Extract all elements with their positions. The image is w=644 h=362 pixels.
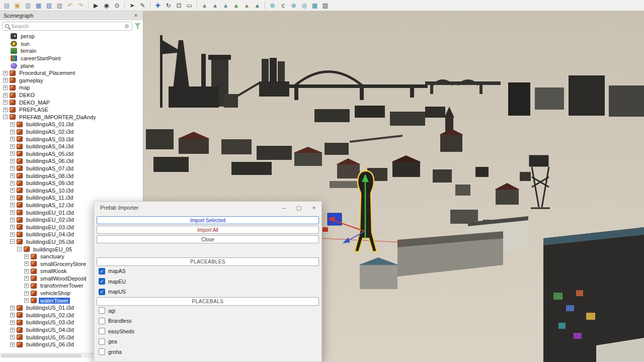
tree-label[interactable]: sun bbox=[19, 41, 31, 47]
save-icon[interactable]: ▦ bbox=[34, 1, 43, 10]
tree-row-buildingsAS_01.i3d[interactable]: +buildingsAS_01.i3d bbox=[0, 121, 143, 128]
expand-toggle[interactable]: + bbox=[10, 320, 15, 325]
tree-row-persp[interactable]: persp bbox=[0, 33, 143, 40]
expand-toggle[interactable]: + bbox=[3, 85, 8, 90]
tree-label[interactable]: buildingsUS_05.i3d bbox=[25, 334, 75, 340]
tree-label[interactable]: buildingsAS_10.i3d bbox=[25, 188, 75, 194]
tree-row-buildingsAS_11.i3d[interactable]: +buildingsAS_11.i3d bbox=[0, 194, 143, 202]
checkbox-agi[interactable] bbox=[99, 307, 105, 314]
tree-row-buildingsAS_04.i3d[interactable]: +buildingsAS_04.i3d bbox=[0, 143, 143, 150]
checkbox-groha[interactable] bbox=[99, 348, 105, 355]
checkbox-row-gea[interactable]: gea bbox=[94, 336, 321, 347]
import-all-button[interactable]: Import All bbox=[97, 226, 319, 234]
tree-label[interactable]: buildingsAS_01.i3d bbox=[25, 121, 75, 127]
rect-select-tool-icon[interactable]: ▭ bbox=[185, 1, 194, 10]
tree-row-buildingsAS_08.i3d[interactable]: +buildingsAS_08.i3d bbox=[0, 172, 143, 179]
tree-label[interactable]: vehicleShop bbox=[39, 290, 72, 296]
expand-toggle[interactable]: + bbox=[10, 166, 15, 170]
tree-label[interactable]: careerStartPoint bbox=[19, 55, 62, 61]
tree-label[interactable]: smallKiosk bbox=[39, 268, 68, 274]
clear-search-icon[interactable]: ⊗ bbox=[124, 23, 129, 30]
checkbox-mapEU[interactable]: ✓ bbox=[99, 278, 105, 285]
tree-row-Procedural_Placement[interactable]: +Procedural_Placement bbox=[0, 69, 143, 77]
tree-row-sun[interactable]: sun bbox=[0, 40, 143, 48]
tree-label[interactable]: buildingsAS_07.i3d bbox=[25, 165, 75, 171]
expand-toggle[interactable]: + bbox=[10, 342, 15, 347]
checkbox-row-mapEU[interactable]: ✓mapEU bbox=[94, 277, 321, 287]
play-icon[interactable]: ▶ bbox=[91, 1, 101, 10]
tree-label[interactable]: terrain bbox=[19, 48, 38, 54]
tree-label[interactable]: buildingsEU_05.i3d bbox=[25, 239, 75, 245]
tree-row-careerStartPoint[interactable]: careerStartPoint bbox=[0, 55, 143, 62]
expand-toggle[interactable]: + bbox=[24, 276, 29, 281]
tree-label[interactable]: buildingsUS_01.i3d bbox=[25, 305, 75, 311]
fly-camera-icon[interactable]: ▦ bbox=[310, 1, 319, 10]
tree-label[interactable]: buildingsUS_04.i3d bbox=[25, 327, 75, 333]
tree-label[interactable]: PREPLASE bbox=[18, 107, 50, 113]
tree-label[interactable]: buildingsAS_06.i3d bbox=[25, 158, 75, 164]
tree-label[interactable]: plane bbox=[19, 63, 36, 69]
expand-toggle[interactable]: + bbox=[10, 210, 15, 215]
tree-label[interactable]: Procedural_Placement bbox=[18, 70, 76, 76]
tree-label[interactable]: buildingsAS_05.i3d bbox=[25, 151, 75, 157]
checkbox-mapAS[interactable]: ✓ bbox=[99, 268, 105, 275]
terrain-detail-icon[interactable]: ▲ bbox=[242, 1, 252, 10]
visibility-icon[interactable]: ◉ bbox=[102, 1, 111, 10]
checkbox-row-Brandless[interactable]: Brandless bbox=[94, 316, 321, 326]
tree-label[interactable]: buildingsEU_02.i3d bbox=[25, 217, 75, 223]
expand-toggle[interactable]: + bbox=[10, 232, 15, 237]
expand-toggle[interactable]: + bbox=[3, 78, 8, 82]
expand-toggle[interactable]: + bbox=[10, 144, 15, 149]
tree-row-PREPLASE[interactable]: +PREPLASE bbox=[0, 106, 143, 114]
tree-label[interactable]: buildingsAS_09.i3d bbox=[25, 180, 75, 186]
tree-row-buildingsAS_09.i3d[interactable]: +buildingsAS_09.i3d bbox=[0, 179, 143, 187]
minimize-icon[interactable]: – bbox=[276, 202, 291, 214]
tree-label[interactable]: buildingsUS_03.i3d bbox=[25, 319, 75, 325]
expand-toggle[interactable]: + bbox=[10, 225, 15, 229]
expand-toggle[interactable]: + bbox=[10, 188, 15, 193]
tree-row-plane[interactable]: plane bbox=[0, 62, 143, 69]
tree-label[interactable]: buildingsAS_11.i3d bbox=[25, 195, 74, 201]
scale-tool-icon[interactable]: ⊡ bbox=[174, 1, 184, 10]
import-file-icon[interactable]: ▥ bbox=[23, 1, 33, 10]
tree-row-buildingsAS_10.i3d[interactable]: +buildingsAS_10.i3d bbox=[0, 187, 143, 194]
expand-toggle[interactable]: + bbox=[10, 313, 15, 317]
expand-toggle[interactable]: + bbox=[10, 335, 15, 339]
tree-row-PREFAB_IMPORTER_DaAndy[interactable]: −PREFAB_IMPORTER_DaAndy bbox=[0, 114, 143, 121]
tree-label[interactable]: buildingsEU_04.i3d bbox=[25, 231, 75, 237]
tree-label[interactable]: buildingsAS_12.i3d bbox=[25, 202, 75, 208]
terrain-foliage-icon[interactable]: ▲ bbox=[231, 1, 241, 10]
rotate-tool-icon[interactable]: ↻ bbox=[164, 1, 173, 10]
expand-toggle[interactable]: + bbox=[24, 269, 29, 274]
close-button[interactable]: Close bbox=[97, 235, 319, 243]
tree-label[interactable]: buildingsAS_02.i3d bbox=[25, 129, 75, 135]
tree-label[interactable]: buildingsAS_04.i3d bbox=[25, 143, 75, 149]
checkbox-easySheds[interactable] bbox=[99, 328, 105, 334]
section-header-placebals[interactable]: PLACEBALS bbox=[97, 297, 319, 306]
expand-toggle[interactable]: + bbox=[10, 218, 15, 222]
pen-tool-icon[interactable]: ✎ bbox=[138, 1, 147, 10]
collapse-toggle[interactable]: − bbox=[10, 239, 15, 244]
tree-label[interactable]: map bbox=[18, 84, 31, 90]
tree-row-buildingsAS_05.i3d[interactable]: +buildingsAS_05.i3d bbox=[0, 150, 143, 158]
checkbox-row-mapUS[interactable]: ✓mapUS bbox=[94, 287, 321, 297]
expand-toggle[interactable]: + bbox=[3, 108, 8, 112]
tree-label[interactable]: smallWoodDeposit bbox=[39, 276, 88, 282]
expand-toggle[interactable]: + bbox=[10, 173, 15, 178]
cube-view-icon[interactable]: ▧ bbox=[320, 1, 330, 10]
tree-label[interactable]: buildingsUS_02.i3d bbox=[25, 312, 75, 318]
dialog-titlebar[interactable]: Prefab Importer – ▢ × bbox=[94, 202, 321, 214]
checkbox-row-groha[interactable]: groha bbox=[94, 347, 321, 357]
checkbox-Brandless[interactable] bbox=[99, 318, 105, 324]
expand-toggle[interactable]: + bbox=[10, 203, 15, 207]
expand-toggle[interactable]: + bbox=[10, 130, 15, 134]
select-tool-icon[interactable]: ➤ bbox=[127, 1, 137, 10]
terrain-info-icon[interactable]: ▲ bbox=[253, 1, 262, 10]
import-selected-button[interactable]: Import Selected bbox=[97, 216, 319, 224]
expand-toggle[interactable]: + bbox=[10, 181, 15, 186]
collapse-toggle[interactable]: − bbox=[3, 115, 8, 119]
expand-toggle[interactable]: + bbox=[24, 254, 29, 259]
save-as-icon[interactable]: ▧ bbox=[44, 1, 54, 10]
tree-row-buildingsAS_03.i3d[interactable]: +buildingsAS_03.i3d bbox=[0, 135, 143, 143]
pan-camera-icon[interactable]: ◎ bbox=[299, 1, 309, 10]
